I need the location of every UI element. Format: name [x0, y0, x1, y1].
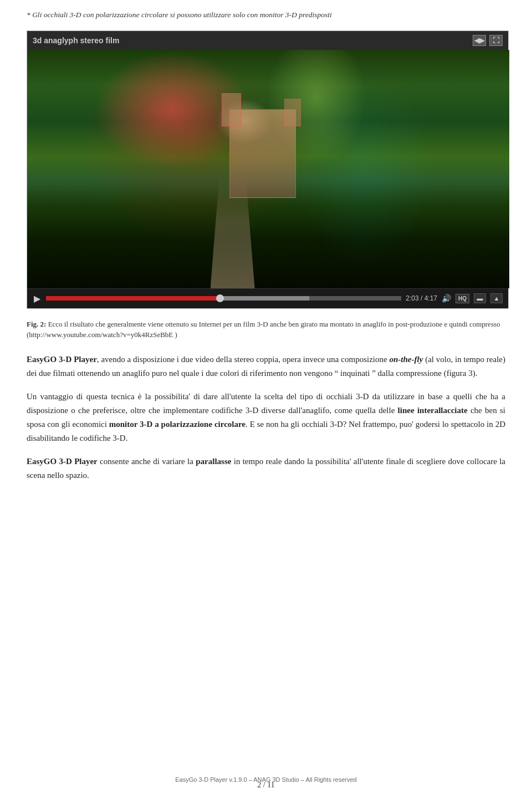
top-note: * Gli occhiali 3-D con polarizzazione ci… — [27, 10, 505, 21]
para1-text1: , avendo a disposizione i due video dell… — [97, 355, 390, 364]
video-header: 3d anaglyph stereo film ◀▶ ⛶ — [27, 31, 508, 50]
volume-button[interactable]: 🔊 — [442, 294, 451, 303]
anaglyph-scene — [27, 50, 509, 288]
paragraph-2: Un vantaggio di questa tecnica è la poss… — [27, 390, 505, 445]
video-header-btn-back[interactable]: ◀▶ — [473, 35, 486, 46]
paragraph-3: EasyGO 3-D Player consente anche di vari… — [27, 455, 505, 482]
page-number: 2 / 11 — [0, 781, 532, 790]
on-the-fly-label: on-the-fly — [389, 355, 423, 364]
expand-button[interactable]: ▲ — [490, 293, 503, 303]
video-screen — [27, 50, 509, 288]
castle-tower-left — [222, 93, 241, 126]
top-note-text: Gli occhiali 3-D con polarizzazione circ… — [30, 11, 332, 19]
easygo-player-label-1: EasyGO 3-D Player — [27, 355, 97, 364]
figure-link[interactable]: http://www.youtube.com/watch?v=y0k4RzSeB… — [29, 330, 173, 339]
asterisk: * — [27, 11, 30, 19]
play-button[interactable]: ▶ — [33, 293, 42, 304]
minimize-button[interactable]: ▬ — [474, 293, 486, 303]
progress-buffered — [220, 296, 309, 301]
figure-text2: ) — [173, 330, 177, 339]
paragraph-1: EasyGO 3-D Player, avendo a disposizione… — [27, 353, 505, 380]
monitor-label: monitor 3-D a polarizzazione circolare — [109, 420, 245, 429]
video-header-controls: ◀▶ ⛶ — [473, 35, 503, 46]
time-total: 4:17 — [424, 294, 437, 302]
linee-label: linee interallacciate — [398, 406, 468, 415]
para3-text1: consente anche di variare la — [98, 457, 196, 466]
video-header-btn-fullscreen[interactable]: ⛶ — [489, 35, 503, 46]
hq-button[interactable]: HQ — [456, 294, 469, 303]
time-display: 2:03 / 4:17 — [406, 294, 437, 302]
video-title: 3d anaglyph stereo film — [33, 36, 119, 45]
castle-building — [229, 109, 296, 198]
progress-thumb — [216, 294, 224, 302]
video-player: 3d anaglyph stereo film ◀▶ ⛶ ▶ — [27, 30, 509, 309]
video-controls-bar: ▶ 2:03 / 4:17 🔊 HQ ▬ ▲ — [27, 288, 508, 308]
figure-caption: Fig. 2: Ecco il risultato che generalmen… — [27, 319, 505, 340]
parallasse-label: parallasse — [196, 457, 231, 466]
figure-label: Fig. 2: — [27, 320, 46, 328]
progress-bar[interactable] — [46, 296, 401, 301]
page-number-text: 2 / 11 — [257, 781, 274, 789]
castle-tower-right — [284, 99, 301, 126]
time-current: 2:03 — [406, 294, 418, 302]
progress-played — [46, 296, 220, 301]
easygo-player-label-2: EasyGO 3-D Player — [27, 457, 98, 466]
